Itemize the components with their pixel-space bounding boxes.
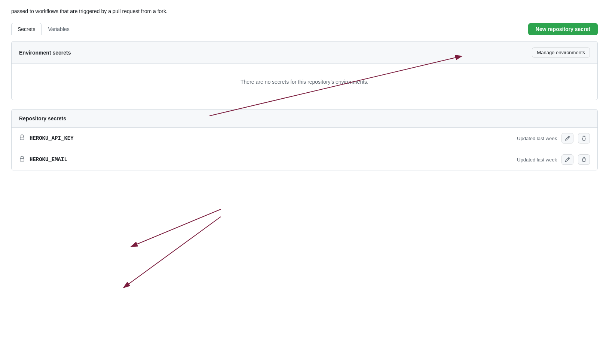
secret-name-heroku-email: HEROKU_EMAIL	[30, 157, 67, 163]
secret-left-heroku-email: HEROKU_EMAIL	[19, 156, 67, 163]
tab-secrets[interactable]: Secrets	[11, 23, 42, 35]
intro-text: passed to workflows that are triggered b…	[11, 7, 598, 15]
tab-variables[interactable]: Variables	[42, 23, 76, 35]
repository-secrets-section: Repository secrets HEROKU_API_KEY Update…	[11, 109, 598, 170]
environment-secrets-title: Environment secrets	[19, 50, 71, 56]
secret-right-heroku-email: Updated last week	[517, 154, 590, 165]
secret-row-heroku-api-key: HEROKU_API_KEY Updated last week	[12, 128, 597, 149]
svg-line-5	[123, 217, 221, 288]
lock-icon-heroku-email	[19, 156, 25, 163]
environment-secrets-section: Environment secrets Manage environments …	[11, 41, 598, 100]
edit-button-heroku-api-key[interactable]	[561, 133, 573, 144]
environment-secrets-empty: There are no secrets for this repository…	[12, 64, 597, 100]
delete-button-heroku-api-key[interactable]	[578, 133, 590, 144]
tabs-container: Secrets Variables	[11, 23, 76, 35]
repository-secrets-header: Repository secrets	[12, 109, 597, 128]
updated-text-heroku-api-key: Updated last week	[517, 136, 557, 141]
secret-right-heroku-api-key: Updated last week	[517, 133, 590, 144]
secret-name-heroku-api-key: HEROKU_API_KEY	[30, 135, 74, 141]
delete-button-heroku-email[interactable]	[578, 154, 590, 165]
secret-left-heroku-api-key: HEROKU_API_KEY	[19, 135, 74, 142]
repository-secrets-title: Repository secrets	[19, 115, 66, 121]
manage-environments-button[interactable]: Manage environments	[532, 47, 590, 58]
secret-row-heroku-email: HEROKU_EMAIL Updated last week	[12, 149, 597, 170]
updated-text-heroku-email: Updated last week	[517, 157, 557, 163]
tabs-and-button-row: Secrets Variables New repository secret	[11, 23, 598, 35]
svg-line-4	[131, 209, 221, 247]
lock-icon-heroku-api-key	[19, 135, 25, 142]
edit-button-heroku-email[interactable]	[561, 154, 573, 165]
new-repository-secret-button[interactable]: New repository secret	[528, 23, 598, 35]
environment-secrets-header: Environment secrets Manage environments	[12, 41, 597, 64]
